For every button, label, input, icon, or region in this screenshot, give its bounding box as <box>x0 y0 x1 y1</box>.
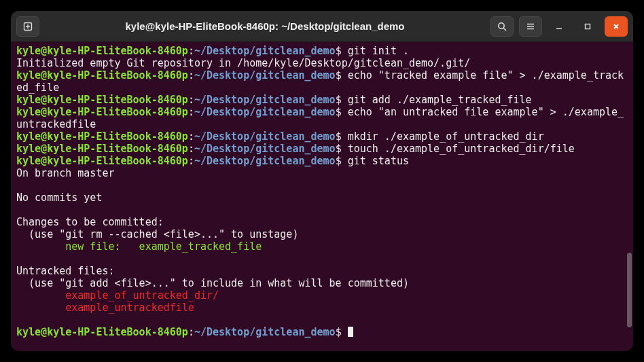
prompt-path: ~/Desktop/gitclean_demo <box>194 45 336 57</box>
status-branch: On branch master <box>16 167 115 179</box>
out-git-init: Initialized empty Git repository in /hom… <box>16 57 470 69</box>
cmd-git-add: git add ./example_tracked_file <box>348 94 532 106</box>
prompt-user: kyle@kyle-HP-EliteBook-8460p <box>16 130 188 143</box>
new-tab-icon <box>22 21 33 32</box>
cmd-git-init: git init . <box>348 45 409 57</box>
terminal-cursor <box>348 327 353 337</box>
prompt-sep: : <box>188 130 194 143</box>
close-icon <box>611 22 621 31</box>
hamburger-icon <box>525 21 536 32</box>
terminal-output[interactable]: kyle@kyle-HP-EliteBook-8460p:~/Desktop/g… <box>11 42 633 351</box>
terminal-window: kyle@kyle-HP-EliteBook-8460p: ~/Desktop/… <box>11 11 633 351</box>
search-icon <box>497 21 507 32</box>
prompt-user: kyle@kyle-HP-EliteBook-8460p <box>16 326 188 338</box>
status-no-commits: No commits yet <box>16 192 102 204</box>
status-staged-file: new file: example_tracked_file <box>16 240 262 253</box>
titlebar-right <box>490 16 628 37</box>
maximize-button[interactable] <box>576 16 599 37</box>
prompt-sep: : <box>188 94 194 106</box>
prompt-sep: : <box>188 143 194 155</box>
new-tab-button[interactable] <box>16 16 39 37</box>
prompt-sigil: $ <box>336 94 342 106</box>
prompt-path: ~/Desktop/gitclean_demo <box>194 130 336 143</box>
status-changes-hint: (use "git rm --cached <file>..." to unst… <box>16 228 298 240</box>
status-untracked-hint: (use "git add <file>..." to include in w… <box>16 277 409 289</box>
titlebar: kyle@kyle-HP-EliteBook-8460p: ~/Desktop/… <box>11 11 633 42</box>
prompt-sigil: $ <box>336 69 342 82</box>
prompt-user: kyle@kyle-HP-EliteBook-8460p <box>16 69 188 82</box>
prompt-sigil: $ <box>336 106 342 118</box>
status-untracked-header: Untracked files: <box>16 265 115 277</box>
menu-button[interactable] <box>519 16 542 37</box>
window-title: kyle@kyle-HP-EliteBook-8460p: ~/Desktop/… <box>45 20 485 32</box>
svg-line-4 <box>503 28 506 31</box>
prompt-path: ~/Desktop/gitclean_demo <box>194 143 336 155</box>
cmd-touch: touch ./example_of_untracked_dir/file <box>348 143 575 155</box>
search-button[interactable] <box>490 16 514 37</box>
status-untracked-file: example_untrackedfile <box>16 302 194 314</box>
svg-point-3 <box>499 22 504 28</box>
prompt-user: kyle@kyle-HP-EliteBook-8460p <box>16 106 188 118</box>
prompt-path: ~/Desktop/gitclean_demo <box>194 155 336 167</box>
prompt-sep: : <box>188 155 194 167</box>
prompt-sigil: $ <box>336 130 342 143</box>
prompt-sep: : <box>188 106 194 118</box>
prompt-path: ~/Desktop/gitclean_demo <box>194 106 336 118</box>
prompt-sigil: $ <box>336 45 342 57</box>
prompt-sigil: $ <box>336 143 342 155</box>
prompt-path: ~/Desktop/gitclean_demo <box>194 94 336 106</box>
svg-rect-9 <box>586 24 590 29</box>
status-untracked-dir: example_of_untracked_dir/ <box>16 289 219 302</box>
cmd-mkdir: mkdir ./example_of_untracked_dir <box>348 130 544 143</box>
prompt-user: kyle@kyle-HP-EliteBook-8460p <box>16 155 188 167</box>
prompt-path: ~/Desktop/gitclean_demo <box>194 326 336 338</box>
cmd-git-status: git status <box>348 155 409 167</box>
maximize-icon <box>583 22 592 31</box>
prompt-sep: : <box>188 326 194 338</box>
prompt-sep: : <box>188 69 194 82</box>
prompt-sep: : <box>188 45 194 57</box>
prompt-sigil: $ <box>336 155 342 167</box>
close-button[interactable] <box>605 16 628 37</box>
status-changes-header: Changes to be committed: <box>16 216 164 228</box>
minimize-button[interactable] <box>548 16 571 37</box>
prompt-user: kyle@kyle-HP-EliteBook-8460p <box>16 94 188 106</box>
prompt-path: ~/Desktop/gitclean_demo <box>194 69 336 82</box>
minimize-icon <box>554 22 564 31</box>
scrollbar-thumb[interactable] <box>627 253 632 327</box>
prompt-user: kyle@kyle-HP-EliteBook-8460p <box>16 45 188 57</box>
prompt-sigil: $ <box>336 326 342 338</box>
prompt-user: kyle@kyle-HP-EliteBook-8460p <box>16 143 188 155</box>
